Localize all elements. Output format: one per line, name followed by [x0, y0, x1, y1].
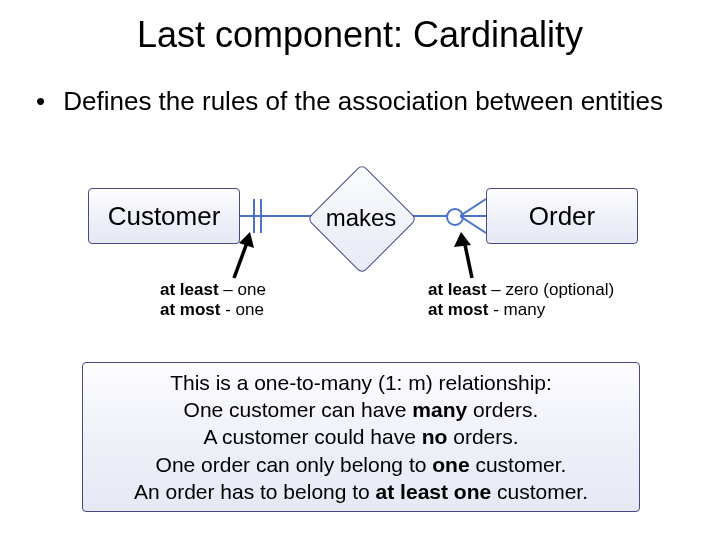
entity-customer-label: Customer	[108, 201, 221, 231]
explain-line-4: One order can only belong to one custome…	[83, 451, 639, 478]
svg-marker-6	[454, 232, 471, 247]
cardinality-one-and-only-one-icon	[250, 199, 264, 233]
caption-text: – one	[219, 280, 266, 299]
bullet-item: • Defines the rules of the association b…	[36, 86, 676, 117]
svg-line-3	[234, 240, 248, 278]
caption-text: – zero (optional)	[487, 280, 615, 299]
arrow-icon	[224, 230, 254, 280]
svg-line-0	[460, 199, 486, 216]
arrow-icon	[454, 230, 484, 280]
caption-bold: at least	[160, 280, 219, 299]
cardinality-caption-right: at least – zero (optional) at most - man…	[428, 280, 658, 321]
entity-customer: Customer	[88, 188, 240, 244]
relationship-makes: makes	[307, 164, 415, 272]
slide: Last component: Cardinality • Defines th…	[0, 0, 720, 540]
bullet-text: Defines the rules of the association bet…	[63, 86, 673, 117]
svg-line-5	[464, 240, 472, 278]
explanation-box: This is a one-to-many (1: m) relationshi…	[82, 362, 640, 512]
bullet-dot-icon: •	[36, 86, 56, 117]
relationship-label: makes	[307, 164, 415, 272]
caption-text: - many	[488, 300, 545, 319]
slide-title: Last component: Cardinality	[0, 14, 720, 56]
explain-line-2: One customer can have many orders.	[83, 396, 639, 423]
entity-order: Order	[486, 188, 638, 244]
caption-bold: at least	[428, 280, 487, 299]
cardinality-caption-left: at least – one at most - one	[160, 280, 360, 321]
caption-bold: at most	[428, 300, 488, 319]
explain-line-3: A customer could have no orders.	[83, 423, 639, 450]
explain-line-5: An order has to belong to at least one c…	[83, 478, 639, 505]
er-diagram: Customer makes Order at least – one	[60, 176, 660, 356]
caption-text: - one	[220, 300, 263, 319]
caption-bold: at most	[160, 300, 220, 319]
explain-line-1: This is a one-to-many (1: m) relationshi…	[83, 369, 639, 396]
entity-order-label: Order	[529, 201, 595, 231]
